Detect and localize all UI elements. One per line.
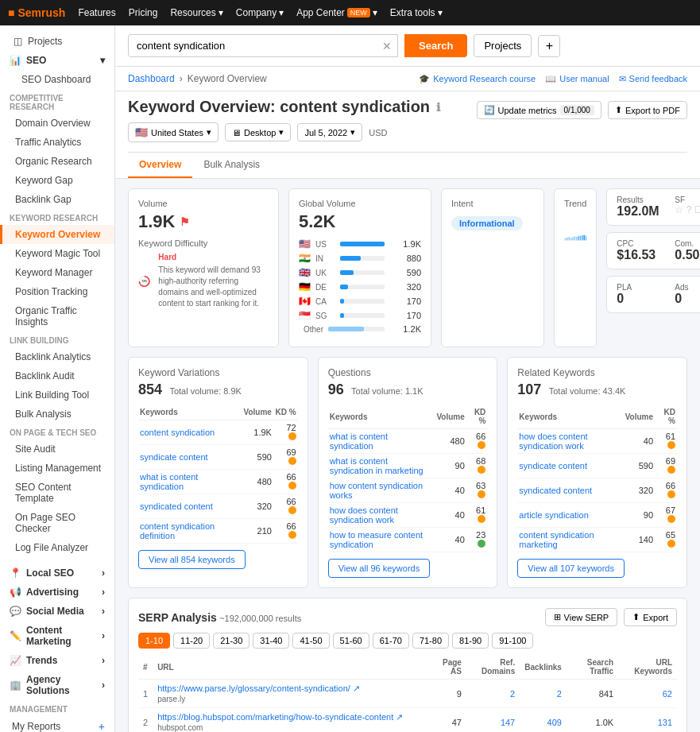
device-filter[interactable]: 🖥 Desktop ▾ [225,123,291,141]
trend-card: Trend [554,188,597,347]
kd-dot-icon [478,466,485,474]
search-input[interactable] [128,34,398,57]
page-btn-1-10[interactable]: 1-10 [138,633,170,649]
sidebar-item-backlink-audit[interactable]: Backlink Audit [0,366,114,385]
sidebar-item-domain-overview[interactable]: Domain Overview [0,114,114,133]
page-btn-41-50[interactable]: 41-50 [292,633,329,649]
sidebar-item-organic-traffic[interactable]: Organic Traffic Insights [0,301,114,331]
sidebar-item-organic-research[interactable]: Organic Research [0,152,114,171]
kv-col-keywords: Keywords [138,405,242,420]
sidebar-item-backlink-gap[interactable]: Backlink Gap [0,190,114,209]
projects-button[interactable]: Projects [474,34,532,57]
table-row: 2 https://blog.hubspot.com/marketing/how… [138,708,677,733]
country-filter[interactable]: 🇺🇸 United States ▾ [128,122,219,142]
send-feedback-link[interactable]: ✉ Send feedback [619,74,687,84]
page-btn-61-70[interactable]: 61-70 [373,633,409,649]
nav-extra-tools[interactable]: Extra tools ▾ [390,7,443,18]
table-row: what is content syndication 480 66 [328,429,488,454]
date-filter[interactable]: Jul 5, 2022 ▾ [297,123,362,141]
sidebar-group-local-seo[interactable]: 📍 Local SEO › [0,564,114,583]
nav-features[interactable]: Features [78,7,115,18]
filter-row: 🇺🇸 United States ▾ 🖥 Desktop ▾ Jul 5, 20… [128,122,687,149]
sidebar-group-seo[interactable]: 📊 SEO ▾ [0,51,114,70]
sidebar-group-agency[interactable]: 🏢 Agency Solutions › [0,670,114,700]
table-row: how to measure content syndication 40 23 [328,528,488,552]
kv-count: 854 [138,381,162,397]
kd-dot-icon [478,515,485,523]
sidebar-item-site-audit[interactable]: Site Audit [0,440,114,459]
sidebar-item-position-tracking[interactable]: Position Tracking [0,282,114,301]
nav-resources[interactable]: Resources ▾ [170,7,222,18]
table-row: content syndication 1.9K 72 [138,420,298,445]
nav-company[interactable]: Company ▾ [236,7,284,18]
serp-col-url: URL [153,655,430,680]
sidebar-item-projects[interactable]: ◫ Projects [0,32,114,51]
semrush-logo[interactable]: ■ Semrush [8,6,65,19]
serp-url: https://blog.hubspot.com/marketing/how-t… [153,708,430,733]
sidebar-item-bulk-analysis[interactable]: Bulk Analysis [0,405,114,424]
sidebar: ◫ Projects 📊 SEO ▾ SEO Dashboard COMPETI… [0,25,115,732]
search-button[interactable]: Search [404,34,467,57]
q-table: Keywords Volume KD % what is content syn… [328,405,488,552]
country-dropdown-icon: ▾ [207,127,211,137]
breadcrumb-actions: 🎓 Keyword Research course 📖 User manual … [419,74,687,84]
add-project-button[interactable]: + [538,35,560,57]
update-metrics-button[interactable]: 🔄 Update metrics 0/1,000 [477,101,601,119]
serp-export-button[interactable]: ⬆ Export [624,608,677,626]
view-serp-button[interactable]: ⊞ View SERP [545,608,618,626]
sidebar-item-keyword-gap[interactable]: Keyword Gap [0,171,114,190]
search-clear-button[interactable]: ✕ [382,40,392,52]
kv-view-all-button[interactable]: View all 854 keywords [138,550,246,569]
volume-flag-icon: ⚑ [180,215,190,228]
difficulty-desc: This keyword will demand 93 high-authori… [158,265,269,309]
nav-app-center[interactable]: App Center NEW ▾ [296,7,377,18]
sidebar-item-log-file[interactable]: Log File Analyzer [0,538,114,557]
difficulty-gauge: 72% [138,260,150,303]
sidebar-item-keyword-manager[interactable]: Keyword Manager [0,263,114,282]
tab-overview[interactable]: Overview [128,153,192,178]
rk-view-all-button[interactable]: View all 107 keywords [517,559,625,578]
tab-bulk-analysis[interactable]: Bulk Analysis [192,153,271,178]
keyword-research-course-link[interactable]: 🎓 Keyword Research course [419,74,536,84]
q-view-all-button[interactable]: View all 96 keywords [328,559,431,578]
export-pdf-button[interactable]: ⬆ Export to PDF [608,101,687,119]
volume-label: Volume [138,199,269,208]
page-btn-91-100[interactable]: 91-100 [492,633,533,649]
sidebar-item-my-reports[interactable]: My Reports + [0,716,114,732]
q-keyword: how content syndication works [328,478,435,503]
sidebar-item-on-page-checker[interactable]: On Page SEO Checker [0,508,114,538]
sidebar-group-advertising[interactable]: 📢 Advertising › [0,583,114,602]
sidebar-item-listing-mgmt[interactable]: Listing Management [0,459,114,478]
sidebar-item-keyword-magic[interactable]: Keyword Magic Tool [0,244,114,263]
page-btn-81-90[interactable]: 81-90 [452,633,489,649]
page-btn-71-80[interactable]: 71-80 [412,633,449,649]
pla-ads-card: PLA 0 Ads 0 [606,276,700,313]
nav-pricing[interactable]: Pricing [129,7,158,18]
sidebar-item-seo-content[interactable]: SEO Content Template [0,478,114,508]
breadcrumb-dashboard[interactable]: Dashboard [128,73,175,84]
serp-view-icon: ⊞ [554,612,561,622]
sidebar-group-trends[interactable]: 📈 Trends › [0,651,114,670]
refresh-icon: 🔄 [484,105,495,115]
kv-header: Keyword Variations [138,367,298,378]
kv-col-kd: KD % [273,405,298,420]
info-icon[interactable]: ℹ [436,101,440,114]
local-seo-icon: 📍 [10,567,21,579]
ads-value: 0 [675,292,700,306]
sidebar-item-seo-dashboard[interactable]: SEO Dashboard [0,70,114,89]
sidebar-group-social-media[interactable]: 💬 Social Media › [0,602,114,621]
sidebar-group-content-marketing[interactable]: ✏️ Content Marketing › [0,621,114,651]
advertising-icon: 📢 [10,587,21,598]
page-btn-21-30[interactable]: 21-30 [213,633,249,649]
page-btn-51-60[interactable]: 51-60 [333,633,369,649]
advertising-arrow-icon: › [102,587,105,598]
sidebar-item-keyword-overview[interactable]: Keyword Overview [0,225,114,244]
page-btn-11-20[interactable]: 11-20 [173,633,210,649]
user-manual-link[interactable]: 📖 User manual [545,74,609,84]
kd-dot-icon [667,515,675,523]
page-btn-31-40[interactable]: 31-40 [253,633,289,649]
sidebar-item-traffic-analytics[interactable]: Traffic Analytics [0,133,114,152]
sidebar-item-link-building-tool[interactable]: Link Building Tool [0,385,114,405]
sidebar-item-backlink-analytics[interactable]: Backlink Analytics [0,347,114,366]
add-report-icon[interactable]: + [99,720,105,732]
